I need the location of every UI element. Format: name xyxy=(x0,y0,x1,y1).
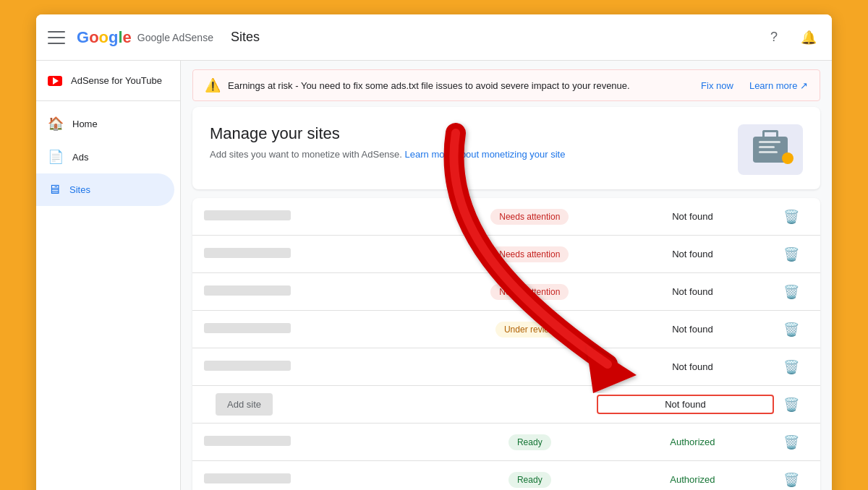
app-window: Google Google AdSense Sites ? 🔔 AdSense … xyxy=(36,14,832,490)
site-name-cell xyxy=(204,361,448,373)
sites-icon: 🖥 xyxy=(48,182,61,197)
youtube-label: AdSense for YouTube xyxy=(71,75,162,86)
action-cell: 🗑️ xyxy=(774,322,809,338)
status-badge: Needs attention xyxy=(490,209,569,225)
youtube-play-icon xyxy=(53,77,59,85)
content-area: ⚠️ Earnings at risk - You need to fix so… xyxy=(181,61,832,490)
status-badge: Under review xyxy=(495,322,564,338)
sites-table: Needs attention Not found 🗑️ Needs atten… xyxy=(192,198,820,490)
illustration-box xyxy=(738,124,803,175)
action-cell: 🗑️ xyxy=(774,209,809,225)
action-cell: 🗑️ xyxy=(774,359,809,375)
table-row-highlighted: Add site Not found 🗑️ xyxy=(192,386,820,424)
delete-button[interactable]: 🗑️ xyxy=(783,397,799,413)
google-logo: Google xyxy=(77,28,132,47)
hamburger-menu[interactable] xyxy=(48,29,65,46)
status-badge: Needs attention xyxy=(490,284,569,300)
top-bar-icons: ? 🔔 xyxy=(762,26,820,49)
ads-cell: Not found xyxy=(611,361,774,372)
ads-status: Not found xyxy=(672,249,712,259)
learn-more-link[interactable]: Learn more ↗ xyxy=(749,80,808,91)
delete-button[interactable]: 🗑️ xyxy=(783,359,799,375)
youtube-icon xyxy=(48,76,62,86)
status-badge: Ready xyxy=(509,434,551,450)
site-name-blurred xyxy=(204,285,291,296)
action-cell: 🗑️ xyxy=(774,397,809,413)
sidebar-item-ads[interactable]: 📄 Ads xyxy=(36,140,174,173)
ads-cell: Authorized xyxy=(611,437,774,447)
status-cell: Needs attention xyxy=(448,284,611,300)
manage-sites-card: Manage your sites Add sites you want to … xyxy=(192,107,820,189)
delete-button[interactable]: 🗑️ xyxy=(783,284,799,300)
ads-cell: Not found xyxy=(611,286,774,297)
sidebar-ads-label: Ads xyxy=(72,152,88,163)
alert-text: Earnings at risk - You need to fix some … xyxy=(228,80,694,91)
site-name-blurred xyxy=(204,210,291,220)
ads-status: Not found xyxy=(672,286,712,297)
briefcase-icon xyxy=(753,137,788,163)
ads-cell-highlighted: Not found xyxy=(597,395,774,414)
table-row: Not found 🗑️ xyxy=(192,348,820,386)
delete-button[interactable]: 🗑️ xyxy=(783,209,799,225)
delete-button[interactable]: 🗑️ xyxy=(783,322,799,338)
ads-cell: Authorized xyxy=(611,474,774,485)
table-row: Needs attention Not found 🗑️ xyxy=(192,236,820,273)
site-name-blurred xyxy=(204,361,291,371)
table-row: Needs attention Not found 🗑️ xyxy=(192,198,820,236)
page-title: Sites xyxy=(231,30,260,45)
sidebar-item-youtube[interactable]: AdSense for YouTube xyxy=(36,66,180,95)
sidebar-divider xyxy=(36,100,180,101)
delete-button[interactable]: 🗑️ xyxy=(783,472,799,488)
fix-now-button[interactable]: Fix now xyxy=(701,80,733,91)
table-row: Ready Authorized 🗑️ xyxy=(192,424,820,461)
adsense-label: Google AdSense xyxy=(137,32,213,43)
table-row: Under review Not found 🗑️ xyxy=(192,311,820,348)
status-cell: Needs attention xyxy=(448,246,611,262)
ads-status: Not found xyxy=(672,361,712,372)
help-button[interactable]: ? xyxy=(762,26,786,49)
ads-cell: Not found xyxy=(611,249,774,259)
sidebar-item-home[interactable]: 🏠 Home xyxy=(36,107,174,140)
manage-sites-subtitle: Add sites you want to monetize with AdSe… xyxy=(210,149,565,160)
action-cell: 🗑️ xyxy=(774,472,809,488)
add-site-button[interactable]: Add site xyxy=(216,393,273,416)
site-name-cell xyxy=(204,436,448,448)
sidebar-home-label: Home xyxy=(72,119,98,129)
status-cell: Under review xyxy=(448,322,611,338)
status-cell: Ready xyxy=(448,472,611,488)
site-name-blurred xyxy=(204,248,291,258)
delete-button[interactable]: 🗑️ xyxy=(783,246,799,262)
site-name-cell xyxy=(204,248,448,260)
ads-status-highlighted: Not found xyxy=(665,399,705,410)
alert-banner: ⚠️ Earnings at risk - You need to fix so… xyxy=(192,69,820,101)
site-name-cell xyxy=(204,210,448,223)
illustration xyxy=(738,124,803,175)
ads-cell: Not found xyxy=(611,324,774,335)
ads-cell: Not found xyxy=(611,211,774,222)
site-name-blurred xyxy=(204,473,291,483)
top-bar: Google Google AdSense Sites ? 🔔 xyxy=(36,14,832,61)
sidebar-item-sites[interactable]: 🖥 Sites xyxy=(36,173,174,206)
site-name-cell xyxy=(204,323,448,335)
site-name-blurred xyxy=(204,436,291,446)
status-cell: Ready xyxy=(448,434,611,450)
notifications-button[interactable]: 🔔 xyxy=(797,26,820,49)
ads-status: Authorized xyxy=(670,474,715,485)
site-name-cell: Add site xyxy=(204,393,440,416)
status-badge: Needs attention xyxy=(490,246,569,262)
ads-icon: 📄 xyxy=(48,149,64,165)
action-cell: 🗑️ xyxy=(774,434,809,450)
table-row: Ready Authorized 🗑️ xyxy=(192,461,820,490)
manage-sites-title: Manage your sites xyxy=(210,124,565,143)
home-icon: 🏠 xyxy=(48,116,64,132)
alert-icon: ⚠️ xyxy=(205,77,221,93)
ads-status: Not found xyxy=(672,211,712,222)
ads-status: Not found xyxy=(672,324,712,335)
logo-area: Google Google AdSense xyxy=(77,28,213,47)
site-name-blurred xyxy=(204,323,291,333)
delete-button[interactable]: 🗑️ xyxy=(783,434,799,450)
action-cell: 🗑️ xyxy=(774,246,809,262)
main-layout: AdSense for YouTube 🏠 Home 📄 Ads 🖥 Sites… xyxy=(36,61,832,490)
learn-monetize-link[interactable]: Learn more about monetizing your site xyxy=(405,149,566,160)
ads-status: Authorized xyxy=(670,437,715,447)
